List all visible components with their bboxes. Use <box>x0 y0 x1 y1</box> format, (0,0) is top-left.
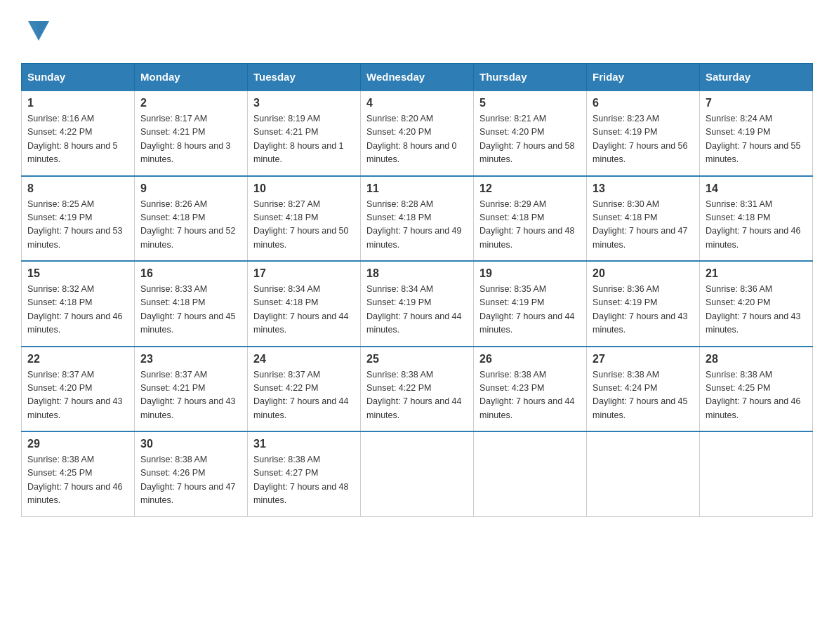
day-info: Sunrise: 8:34 AM Sunset: 4:19 PM Dayligh… <box>366 283 468 337</box>
day-cell: 15 Sunrise: 8:32 AM Sunset: 4:18 PM Dayl… <box>22 261 135 347</box>
day-info: Sunrise: 8:38 AM Sunset: 4:24 PM Dayligh… <box>593 368 694 423</box>
day-number: 14 <box>706 182 807 195</box>
weekday-header-friday: Friday <box>587 64 700 91</box>
day-number: 16 <box>140 267 241 280</box>
calendar-table: SundayMondayTuesdayWednesdayThursdayFrid… <box>21 63 813 517</box>
day-cell: 17 Sunrise: 8:34 AM Sunset: 4:18 PM Dayl… <box>248 261 361 347</box>
weekday-header-monday: Monday <box>135 64 248 91</box>
day-number: 23 <box>140 353 241 365</box>
day-info: Sunrise: 8:33 AM Sunset: 4:18 PM Dayligh… <box>140 283 241 337</box>
day-number: 12 <box>479 182 581 195</box>
day-cell: 25 Sunrise: 8:38 AM Sunset: 4:22 PM Dayl… <box>361 347 474 432</box>
logo <box>21 14 56 49</box>
day-info: Sunrise: 8:38 AM Sunset: 4:25 PM Dayligh… <box>706 368 807 423</box>
day-cell: 9 Sunrise: 8:26 AM Sunset: 4:18 PM Dayli… <box>135 176 248 262</box>
day-info: Sunrise: 8:26 AM Sunset: 4:18 PM Dayligh… <box>140 198 241 253</box>
day-info: Sunrise: 8:16 AM Sunset: 4:22 PM Dayligh… <box>27 112 128 167</box>
day-number: 18 <box>366 267 468 280</box>
day-info: Sunrise: 8:38 AM Sunset: 4:26 PM Dayligh… <box>140 453 241 508</box>
weekday-header-sunday: Sunday <box>22 64 135 91</box>
day-cell: 30 Sunrise: 8:38 AM Sunset: 4:26 PM Dayl… <box>135 431 248 516</box>
day-number: 21 <box>706 267 807 280</box>
day-info: Sunrise: 8:38 AM Sunset: 4:23 PM Dayligh… <box>479 368 581 423</box>
day-number: 5 <box>479 97 581 109</box>
day-cell: 14 Sunrise: 8:31 AM Sunset: 4:18 PM Dayl… <box>700 176 813 262</box>
day-number: 25 <box>366 353 468 365</box>
day-number: 13 <box>593 182 694 195</box>
day-info: Sunrise: 8:30 AM Sunset: 4:18 PM Dayligh… <box>593 198 694 253</box>
day-number: 8 <box>27 182 128 195</box>
day-cell: 6 Sunrise: 8:23 AM Sunset: 4:19 PM Dayli… <box>587 90 700 176</box>
day-cell: 8 Sunrise: 8:25 AM Sunset: 4:19 PM Dayli… <box>22 176 135 262</box>
day-info: Sunrise: 8:19 AM Sunset: 4:21 PM Dayligh… <box>253 112 355 167</box>
day-number: 6 <box>593 97 694 109</box>
day-number: 15 <box>27 267 128 280</box>
day-number: 31 <box>253 438 355 450</box>
day-cell: 31 Sunrise: 8:38 AM Sunset: 4:27 PM Dayl… <box>248 431 361 516</box>
day-number: 28 <box>706 353 807 365</box>
week-row-1: 1 Sunrise: 8:16 AM Sunset: 4:22 PM Dayli… <box>22 90 813 176</box>
day-cell: 7 Sunrise: 8:24 AM Sunset: 4:19 PM Dayli… <box>700 90 813 176</box>
day-info: Sunrise: 8:35 AM Sunset: 4:19 PM Dayligh… <box>479 283 581 337</box>
day-number: 4 <box>366 97 468 109</box>
day-cell: 19 Sunrise: 8:35 AM Sunset: 4:19 PM Dayl… <box>474 261 587 347</box>
day-cell: 13 Sunrise: 8:30 AM Sunset: 4:18 PM Dayl… <box>587 176 700 262</box>
day-number: 1 <box>27 97 128 109</box>
day-number: 9 <box>140 182 241 195</box>
day-cell: 27 Sunrise: 8:38 AM Sunset: 4:24 PM Dayl… <box>587 347 700 432</box>
day-info: Sunrise: 8:38 AM Sunset: 4:25 PM Dayligh… <box>27 453 128 508</box>
week-row-3: 15 Sunrise: 8:32 AM Sunset: 4:18 PM Dayl… <box>22 261 813 347</box>
weekday-header-thursday: Thursday <box>474 64 587 91</box>
day-cell: 18 Sunrise: 8:34 AM Sunset: 4:19 PM Dayl… <box>361 261 474 347</box>
day-info: Sunrise: 8:23 AM Sunset: 4:19 PM Dayligh… <box>593 112 694 167</box>
day-info: Sunrise: 8:38 AM Sunset: 4:27 PM Dayligh… <box>253 453 355 508</box>
day-info: Sunrise: 8:38 AM Sunset: 4:22 PM Dayligh… <box>366 368 468 423</box>
day-cell: 1 Sunrise: 8:16 AM Sunset: 4:22 PM Dayli… <box>22 90 135 176</box>
day-number: 2 <box>140 97 241 109</box>
day-cell: 24 Sunrise: 8:37 AM Sunset: 4:22 PM Dayl… <box>248 347 361 432</box>
day-cell: 28 Sunrise: 8:38 AM Sunset: 4:25 PM Dayl… <box>700 347 813 432</box>
day-cell: 20 Sunrise: 8:36 AM Sunset: 4:19 PM Dayl… <box>587 261 700 347</box>
day-info: Sunrise: 8:32 AM Sunset: 4:18 PM Dayligh… <box>27 283 128 337</box>
weekday-header-row: SundayMondayTuesdayWednesdayThursdayFrid… <box>22 64 813 91</box>
day-cell: 4 Sunrise: 8:20 AM Sunset: 4:20 PM Dayli… <box>361 90 474 176</box>
day-cell: 2 Sunrise: 8:17 AM Sunset: 4:21 PM Dayli… <box>135 90 248 176</box>
day-number: 19 <box>479 267 581 280</box>
day-number: 22 <box>27 353 128 365</box>
day-info: Sunrise: 8:27 AM Sunset: 4:18 PM Dayligh… <box>253 198 355 253</box>
day-cell: 23 Sunrise: 8:37 AM Sunset: 4:21 PM Dayl… <box>135 347 248 432</box>
day-cell: 26 Sunrise: 8:38 AM Sunset: 4:23 PM Dayl… <box>474 347 587 432</box>
day-cell <box>587 431 700 516</box>
weekday-header-tuesday: Tuesday <box>248 64 361 91</box>
day-info: Sunrise: 8:25 AM Sunset: 4:19 PM Dayligh… <box>27 198 128 253</box>
day-cell: 11 Sunrise: 8:28 AM Sunset: 4:18 PM Dayl… <box>361 176 474 262</box>
logo-icon <box>21 14 56 49</box>
page-header <box>21 14 813 49</box>
svg-marker-1 <box>37 21 49 39</box>
day-info: Sunrise: 8:20 AM Sunset: 4:20 PM Dayligh… <box>366 112 468 167</box>
day-info: Sunrise: 8:36 AM Sunset: 4:19 PM Dayligh… <box>593 283 694 337</box>
day-number: 24 <box>253 353 355 365</box>
day-info: Sunrise: 8:28 AM Sunset: 4:18 PM Dayligh… <box>366 198 468 253</box>
day-number: 29 <box>27 438 128 450</box>
day-cell: 5 Sunrise: 8:21 AM Sunset: 4:20 PM Dayli… <box>474 90 587 176</box>
day-cell: 10 Sunrise: 8:27 AM Sunset: 4:18 PM Dayl… <box>248 176 361 262</box>
day-info: Sunrise: 8:37 AM Sunset: 4:21 PM Dayligh… <box>140 368 241 423</box>
day-number: 26 <box>479 353 581 365</box>
day-number: 27 <box>593 353 694 365</box>
day-cell: 21 Sunrise: 8:36 AM Sunset: 4:20 PM Dayl… <box>700 261 813 347</box>
day-info: Sunrise: 8:17 AM Sunset: 4:21 PM Dayligh… <box>140 112 241 167</box>
day-info: Sunrise: 8:29 AM Sunset: 4:18 PM Dayligh… <box>479 198 581 253</box>
weekday-header-saturday: Saturday <box>700 64 813 91</box>
day-info: Sunrise: 8:36 AM Sunset: 4:20 PM Dayligh… <box>706 283 807 337</box>
day-cell: 12 Sunrise: 8:29 AM Sunset: 4:18 PM Dayl… <box>474 176 587 262</box>
day-info: Sunrise: 8:24 AM Sunset: 4:19 PM Dayligh… <box>706 112 807 167</box>
day-cell: 22 Sunrise: 8:37 AM Sunset: 4:20 PM Dayl… <box>22 347 135 432</box>
day-info: Sunrise: 8:31 AM Sunset: 4:18 PM Dayligh… <box>706 198 807 253</box>
day-cell: 29 Sunrise: 8:38 AM Sunset: 4:25 PM Dayl… <box>22 431 135 516</box>
day-info: Sunrise: 8:37 AM Sunset: 4:20 PM Dayligh… <box>27 368 128 423</box>
day-number: 3 <box>253 97 355 109</box>
day-number: 7 <box>706 97 807 109</box>
day-info: Sunrise: 8:21 AM Sunset: 4:20 PM Dayligh… <box>479 112 581 167</box>
day-number: 30 <box>140 438 241 450</box>
